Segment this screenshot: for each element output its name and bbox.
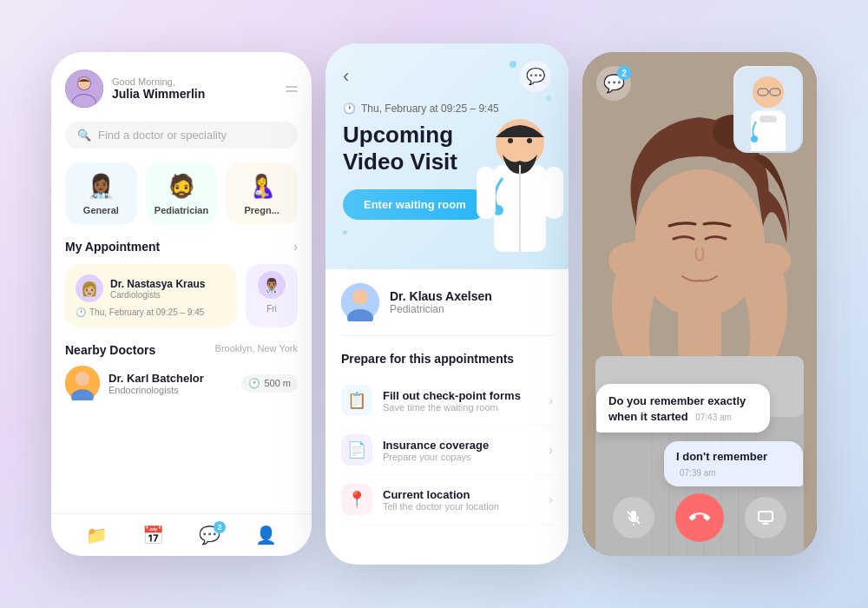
distance-badge: 🕐 500 m	[241, 374, 298, 393]
nearby-section: Nearby Doctors Brooklyn, New York Dr. Ka…	[65, 343, 298, 400]
enter-waiting-room-button[interactable]: Enter waiting room	[343, 189, 487, 220]
forms-icon: 📋	[341, 385, 372, 416]
bubble-time-2: 07:39 am	[680, 468, 716, 478]
pediatrician-icon: 🧔	[168, 173, 195, 200]
svg-rect-52	[759, 512, 773, 521]
mute-button[interactable]	[613, 497, 654, 539]
doctor-thumbnail	[733, 66, 803, 153]
appointment-card-1[interactable]: 👩🏼 Dr. Nastasya Kraus Cardiologists 🕐 Th…	[65, 264, 237, 327]
prepare-title: Prepare for this appointments	[341, 352, 553, 366]
appointment-row: 👩🏼 Dr. Nastasya Kraus Cardiologists 🕐 Th…	[65, 264, 298, 327]
doctor-name-2: Dr. Klaus Axelsen	[390, 289, 492, 303]
back-button[interactable]: ‹	[343, 65, 349, 88]
prepare-main-1: Fill out check-point forms	[383, 389, 538, 402]
chat-icon[interactable]: 💬	[520, 61, 551, 92]
search-placeholder: Find a doctor or speciality	[98, 129, 227, 142]
prepare-text-2: Insurance coverage Prepare your copays	[383, 439, 538, 462]
appt-time-2: Fri	[266, 304, 277, 314]
specialties-row: 👩🏾‍⚕️ General 🧔 Pediatrician 🤱 Pregn...	[65, 162, 298, 224]
chat-bubble-1: Do you remember exactly when it started …	[596, 384, 770, 433]
doctor-avatar-2	[341, 283, 379, 321]
nearby-doc-card[interactable]: Dr. Karl Batchelor Endocrinologists 🕐 50…	[65, 366, 298, 400]
specialty-pediatrician[interactable]: 🧔 Pediatrician	[146, 162, 218, 224]
specialty-general[interactable]: 👩🏾‍⚕️ General	[65, 162, 137, 224]
search-icon: 🔍	[77, 129, 91, 142]
appt-time-row-1: 🕐 Thu, February at 09:25 – 9:45	[76, 307, 227, 317]
header: Good Morning, Julia Wimmerlin	[65, 69, 298, 108]
bubble-time-1: 07:43 am	[695, 413, 732, 422]
user-avatar	[65, 69, 103, 108]
chat-bubble-2: I don't remember 07:39 am	[664, 441, 803, 486]
prepare-arrow-3: ›	[549, 492, 553, 506]
location-icon: 📍	[341, 484, 372, 515]
title-line2: Video Visit	[343, 149, 457, 175]
svg-rect-32	[760, 243, 767, 262]
profile-icon: 👤	[255, 525, 277, 545]
prepare-item-3[interactable]: 📍 Current location Tell the doctor your …	[341, 475, 553, 525]
prepare-sub-1: Save time the waiting room	[383, 402, 538, 413]
phone-3: 💬 2	[582, 52, 817, 556]
messages-badge: 2	[214, 521, 226, 533]
svg-rect-31	[753, 241, 760, 261]
pregnancy-icon: 🤱	[248, 173, 276, 200]
nav-home[interactable]: 📁	[86, 525, 108, 545]
screen-share-button[interactable]	[745, 497, 786, 539]
svg-point-6	[76, 372, 89, 386]
distance-value: 500 m	[264, 378, 291, 388]
nav-profile[interactable]: 👤	[255, 525, 277, 545]
appointment-title: My Appointment	[65, 240, 160, 254]
appointment-card-2[interactable]: 👨🏽‍⚕️ Fri	[246, 264, 298, 327]
nav-messages[interactable]: 💬 2	[199, 525, 220, 545]
calendar-icon: 📅	[142, 525, 164, 545]
time-icon: 🕐	[343, 102, 356, 115]
nearby-title: Nearby Doctors	[65, 343, 155, 357]
svg-rect-14	[477, 167, 496, 219]
nearby-doc-spec: Endocrinologists	[108, 385, 233, 395]
insurance-icon: 📄	[341, 434, 372, 466]
search-bar[interactable]: 🔍 Find a doctor or speciality	[65, 122, 298, 149]
appt-time-1: Thu, February at 09:25 – 9:45	[89, 307, 204, 317]
greeting: Good Morning, Julia Wimmerlin	[112, 76, 286, 101]
phone-1: Good Morning, Julia Wimmerlin 🔍 Find a d…	[51, 52, 312, 556]
call-controls	[582, 493, 817, 542]
appointment-section-header: My Appointment ›	[65, 240, 298, 254]
doc-avatar-2: 👨🏽‍⚕️	[258, 271, 286, 299]
prepare-text-1: Fill out check-point forms Save time the…	[383, 389, 538, 413]
pediatrician-label: Pediatrician	[155, 205, 208, 215]
nav-calendar[interactable]: 📅	[142, 525, 164, 545]
appointment-arrow[interactable]: ›	[293, 240, 298, 254]
nearby-location: Brooklyn, New York	[215, 343, 298, 357]
chat-icon-badge[interactable]: 💬 2	[596, 66, 631, 101]
prepare-main-3: Current location	[383, 488, 538, 501]
greeting-small: Good Morning,	[112, 76, 286, 87]
overlay-top: 💬 2	[596, 66, 803, 153]
title-line1: Upcoming	[343, 122, 453, 148]
nearby-doc-name: Dr. Karl Batchelor	[108, 372, 233, 385]
phone2-hero: ‹ 💬 🕐 Thu, February at 09:25 – 9:45 Upco…	[326, 43, 569, 269]
video-call-bg: 💬 2	[582, 52, 817, 556]
nearby-header: Nearby Doctors Brooklyn, New York	[65, 343, 298, 357]
greeting-name: Julia Wimmerlin	[112, 87, 286, 101]
specialty-pregnancy[interactable]: 🤱 Pregn...	[226, 162, 298, 224]
bubble-text-2: I don't remember	[676, 450, 767, 463]
prepare-item-1[interactable]: 📋 Fill out check-point forms Save time t…	[341, 376, 553, 426]
home-icon: 📁	[86, 525, 108, 545]
end-call-button[interactable]	[675, 493, 724, 542]
nearby-doc-info: Dr. Karl Batchelor Endocrinologists	[108, 372, 233, 395]
nearby-doc-avatar	[65, 366, 100, 400]
menu-dots[interactable]	[286, 86, 298, 92]
general-icon: 👩🏾‍⚕️	[87, 173, 115, 200]
prepare-main-2: Insurance coverage	[383, 439, 538, 452]
svg-rect-46	[760, 116, 777, 122]
svg-rect-28	[613, 248, 620, 265]
overlay-bottom: Do you remember exactly when it started …	[596, 384, 803, 486]
phone2-body: Dr. Klaus Axelsen Pediatrician Prepare f…	[326, 269, 569, 539]
svg-rect-15	[544, 167, 563, 219]
chat-badge: 2	[617, 66, 631, 80]
phone-2: ‹ 💬 🕐 Thu, February at 09:25 – 9:45 Upco…	[326, 43, 569, 565]
phone2-header-row: ‹ 💬	[343, 61, 551, 92]
svg-rect-29	[621, 243, 628, 262]
svg-point-47	[751, 135, 758, 142]
doctor-info-row: Dr. Klaus Axelsen Pediatrician	[341, 283, 553, 336]
prepare-item-2[interactable]: 📄 Insurance coverage Prepare your copays…	[341, 426, 553, 475]
